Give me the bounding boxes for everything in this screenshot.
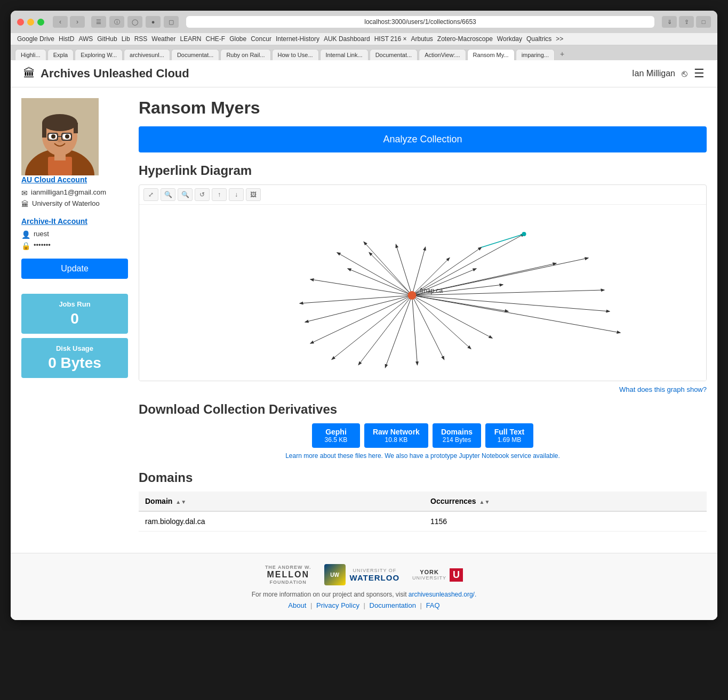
footer-faq-link[interactable]: FAQ — [426, 601, 440, 609]
svg-point-46 — [522, 232, 526, 236]
toolbar-google-drive[interactable]: Google Drive — [17, 35, 54, 43]
download-buttons: Gephi 36.5 KB Raw Network 10.8 KB Domain… — [139, 423, 707, 448]
domain-cell: ram.biology.dal.ca — [139, 511, 424, 532]
toolbar-auk[interactable]: AUK Dashboard — [324, 35, 370, 43]
tab-highli[interactable]: Highli... — [15, 49, 46, 60]
download-icon[interactable]: ⇓ — [662, 16, 677, 28]
toolbar-histd[interactable]: HistD — [59, 35, 74, 43]
zoom-in-icon[interactable]: 🔍 — [161, 188, 175, 201]
camera-icon[interactable]: ● — [146, 16, 161, 28]
toolbar-qualtrics[interactable]: Qualtrics — [526, 35, 551, 43]
footer-info: For more information on our project and … — [21, 591, 707, 598]
expand-icon[interactable]: ⤢ — [143, 188, 158, 201]
download-note[interactable]: Learn more about these files here. We al… — [139, 452, 707, 460]
svg-point-47 — [408, 291, 417, 300]
toolbar-aws[interactable]: AWS — [78, 35, 93, 43]
toolbar-weather[interactable]: Weather — [151, 35, 175, 43]
lock-icon: 🔒 — [21, 242, 30, 250]
minimize-button[interactable] — [27, 19, 34, 26]
raw-network-download-button[interactable]: Raw Network 10.8 KB — [364, 423, 428, 448]
tab-expla[interactable]: Expla — [47, 49, 74, 60]
footer-documentation-link[interactable]: Documentation — [370, 601, 416, 609]
tab-actionview[interactable]: ActionView:... — [419, 49, 466, 60]
tab-imparing[interactable]: imparing... — [516, 49, 555, 60]
archive-it-link[interactable]: Archive-It Account — [21, 217, 128, 226]
gephi-download-button[interactable]: Gephi 36.5 KB — [312, 423, 360, 448]
archive-it-section: Archive-It Account 👤 ruest 🔒 ••••••• Upd… — [21, 217, 128, 285]
up-icon[interactable]: ↑ — [212, 188, 227, 201]
bookmark-icon[interactable]: ▢ — [164, 16, 179, 28]
share-icon[interactable]: ⇪ — [679, 16, 694, 28]
browser-window: ‹ › ☰ ⓘ ◯ ● ▢ localhost:3000/users/1/col… — [11, 11, 717, 620]
tab-documentat1[interactable]: Documentat... — [171, 49, 219, 60]
toolbar-internet-history[interactable]: Internet-History — [276, 35, 319, 43]
toolbar-globe[interactable]: Globe — [229, 35, 246, 43]
gephi-label: Gephi — [321, 428, 351, 436]
toolbar-chef[interactable]: CHE-F — [205, 35, 225, 43]
info-button[interactable]: ⓘ — [109, 16, 124, 28]
tab-documentat2[interactable]: Documentat... — [370, 49, 418, 60]
tab-add-button[interactable]: + — [556, 47, 569, 60]
url-bar[interactable]: localhost:3000/users/1/collections/6653 — [186, 16, 654, 28]
footer-about-link[interactable]: About — [288, 601, 306, 609]
logout-icon[interactable]: ⎋ — [682, 68, 687, 79]
fulltext-download-button[interactable]: Full Text 1.69 MB — [485, 423, 533, 448]
footer-links: About | Privacy Policy | Documentation |… — [21, 601, 707, 609]
tab-ruby[interactable]: Ruby on Rail... — [220, 49, 270, 60]
tab-ransom[interactable]: Ransom My... — [467, 49, 515, 60]
browser-nav: ‹ › — [53, 16, 85, 28]
forward-button[interactable]: › — [70, 16, 85, 28]
header-right: Ian Milligan ⎋ ☰ — [632, 67, 705, 81]
analyze-button[interactable]: Analyze Collection — [139, 126, 707, 152]
occurrences-cell: 1156 — [424, 511, 707, 532]
disk-label: Disk Usage — [28, 344, 122, 352]
user-icon: 👤 — [21, 230, 30, 239]
toolbar-hist216[interactable]: HIST 216 × — [374, 35, 407, 43]
update-button[interactable]: Update — [21, 259, 128, 279]
footer-logos: THE ANDREW W. MELLON FOUNDATION UW UNIVE… — [21, 564, 707, 585]
github-icon[interactable]: ◯ — [127, 16, 142, 28]
image-icon[interactable]: 🖼 — [246, 188, 261, 201]
tab-how-to-use[interactable]: How to Use... — [272, 49, 319, 60]
down-icon[interactable]: ↓ — [229, 188, 244, 201]
tab-archivesunl[interactable]: archivesunl... — [124, 49, 170, 60]
toolbar-workday[interactable]: Workday — [497, 35, 522, 43]
toolbar-learn[interactable]: LEARN — [180, 35, 201, 43]
toolbar-more[interactable]: >> — [556, 35, 563, 43]
domains-section-title: Domains — [139, 470, 707, 485]
domain-col-header[interactable]: Domain ▲▼ — [139, 492, 424, 511]
logo-icon: 🏛 — [23, 67, 35, 81]
graph-link[interactable]: What does this graph show? — [139, 385, 707, 393]
domains-download-button[interactable]: Domains 214 Bytes — [433, 423, 481, 448]
page-footer: THE ANDREW W. MELLON FOUNDATION UW UNIVE… — [11, 553, 717, 620]
zoom-out-icon[interactable]: 🔍 — [178, 188, 193, 201]
browser-actions: ⇓ ⇪ □ — [662, 16, 711, 28]
refresh-icon[interactable]: ↺ — [195, 188, 210, 201]
toolbar-github[interactable]: GitHub — [97, 35, 117, 43]
footer-privacy-link[interactable]: Privacy Policy — [316, 601, 359, 609]
toolbar-rss[interactable]: RSS — [134, 35, 148, 43]
domain-col-label: Domain — [145, 497, 172, 505]
email-item: ✉ ianmilligan1@gmail.com — [21, 188, 128, 197]
occurrences-col-header[interactable]: Occurrences ▲▼ — [424, 492, 707, 511]
new-tab-icon[interactable]: □ — [696, 16, 711, 28]
logo-text: Archives Unleashed Cloud — [41, 67, 189, 81]
toolbar-arbutus[interactable]: Arbutus — [411, 35, 433, 43]
au-cloud-link[interactable]: AU Cloud Account — [21, 175, 128, 184]
fulltext-size: 1.69 MB — [494, 436, 525, 444]
sidebar-toggle[interactable]: ☰ — [91, 16, 106, 28]
tab-exploring[interactable]: Exploring W... — [75, 49, 123, 60]
svg-point-5 — [42, 114, 77, 131]
close-button[interactable] — [17, 19, 24, 26]
back-button[interactable]: ‹ — [53, 16, 68, 28]
toolbar-zotero[interactable]: Zotero-Macroscope — [437, 35, 493, 43]
menu-icon[interactable]: ☰ — [694, 67, 705, 81]
footer-info-text: For more information on our project and … — [252, 591, 407, 598]
toolbar-lib[interactable]: Lib — [122, 35, 130, 43]
diagram-toolbar: ⤢ 🔍 🔍 ↺ ↑ ↓ 🖼 — [139, 185, 706, 205]
footer-info-link[interactable]: archivesunleashed.org/. — [409, 591, 476, 598]
maximize-button[interactable] — [37, 19, 44, 26]
domain-sort-icon: ▲▼ — [175, 499, 186, 505]
tab-internal-link[interactable]: Internal Link... — [320, 49, 369, 60]
toolbar-concur[interactable]: Concur — [251, 35, 271, 43]
